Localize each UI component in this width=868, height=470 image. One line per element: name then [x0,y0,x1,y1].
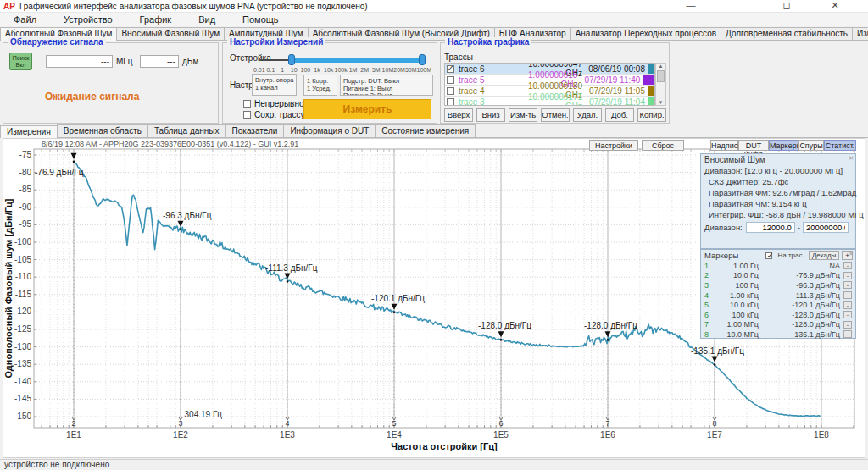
residual-noise-line: СКЗ Джиттер: 25.7фс [701,176,855,187]
chart-toolbar-4[interactable]: Спуры [798,140,824,151]
markers-overlay: ✕ Маркеры На трас.. Декады + 11.00 ГцNA-… [700,249,856,339]
svg-text:-96.3 дБн/Гц: -96.3 дБн/Гц [163,211,212,220]
trace-date: 07/29/19 11:05 [582,86,647,96]
svg-text:-75: -75 [19,150,32,159]
marker-frequency: 10.0 МГц [711,330,759,339]
residual-noise-line: Паразитная ФМ: 92.67мград / 1.62мрад [701,187,855,198]
trace-checkbox[interactable] [447,65,454,73]
tab-view-4[interactable]: Показатели [225,124,285,137]
menu-item-2[interactable]: Устройство [50,14,126,26]
frequency-field[interactable]: --- [46,55,113,68]
trace-button-5[interactable]: Удал. [573,108,602,122]
scroll-thumb[interactable] [657,70,665,82]
range-from-input[interactable] [746,222,795,233]
tab-main-7[interactable]: Долговременная стабильность [721,27,853,40]
marker-number: 3 [701,281,711,290]
view-tab-bar: ИзмеренияВременная областьТаблица данных… [0,125,868,138]
tab-main-6[interactable]: Анализатор Переходных процессов [570,27,721,40]
trace-button-1[interactable]: Вверх [444,108,473,122]
decades-button[interactable]: Декады [809,251,839,260]
correlation-settings-box[interactable]: 1 Корр.1 Усред. [303,75,337,96]
integration-range-row: Диапазон: - [701,220,855,233]
chart-toolbar-настройки[interactable]: Настройки [589,140,638,151]
marker-remove-button[interactable]: - [843,311,852,318]
maximize-button[interactable]: ◻ [778,0,795,11]
marker-remove-button[interactable]: - [843,262,852,269]
power-unit-label: дБм [182,57,198,66]
offset-slider-handle-high[interactable] [419,54,426,65]
trace-name: trace 5 [459,75,528,85]
trace-color-swatch [648,64,655,74]
overlay-close-icon[interactable]: ✕ [849,155,854,162]
marker-remove-button[interactable]: - [843,321,852,329]
menu-item-3[interactable]: График [126,14,186,26]
measure-button[interactable]: Измерить [303,99,431,119]
on-trace-checkbox[interactable] [765,252,772,259]
trace-row-trace-3[interactable]: trace 310.000000171 GHz07/29/19 11:04 [445,97,654,106]
trace-button-6[interactable]: Доб. [605,108,634,122]
trace-checkbox-cell [445,87,459,95]
menu-item-1[interactable]: Файл [0,14,50,26]
tab-view-3[interactable]: Таблица данных [147,124,226,137]
marker-remove-button[interactable]: - [843,281,852,289]
tab-main-2[interactable]: Вносимый Фазовый Шум [116,27,225,40]
tab-view-1[interactable]: Измерения [0,125,58,138]
search-on-button[interactable]: Поиск Вкл [9,53,32,70]
marker-row-6: 6100 кГц-128.0 дБн/Гц- [701,310,855,320]
svg-text:1E2: 1E2 [173,430,188,440]
trace-checkbox[interactable] [447,76,454,84]
main-tab-bar: Абсолютный Фазовый ШумВносимый Фазовый Ш… [0,26,868,41]
svg-text:-120.1 дБн/Гц: -120.1 дБн/Гц [371,294,425,303]
trace-button-3[interactable]: Изм-ть [509,108,537,122]
tab-view-6[interactable]: Состояние измерения [375,124,476,137]
menu-item-5[interactable]: Помощь [229,14,292,26]
traces-scrollbar[interactable]: ▲ ▼ [655,63,666,106]
marker-value: -120.1 дБн/Гц [759,301,843,309]
marker-remove-button[interactable]: - [843,301,852,309]
marker-value: -128.0 дБн/Гц [759,320,843,329]
marker-frequency: 100 Гц [711,281,759,290]
chart-panel: -75-80-85-90-95-100-105-110-115-120-125-… [3,138,865,458]
residual-noise-overlay: ✕ Вносимый Шум Диапазон: [12.0 кГц - 20.… [700,153,856,249]
tab-view-2[interactable]: Временная область [57,124,148,137]
chart-toolbar-5[interactable]: Статист. [824,140,856,151]
dut-power-settings-box[interactable]: Подстр. DUT: ВыклПитание 1: ВыклПитание … [340,75,433,96]
marker-remove-button[interactable]: - [843,272,852,279]
range-to-input[interactable] [803,222,849,233]
trace-button-7[interactable]: Копир. [637,108,666,122]
trace-button-2[interactable]: Вниз [476,108,505,122]
chart-toolbar-3[interactable]: Маркеры [769,140,798,151]
offset-label: Отстройка [230,53,271,63]
markers-overlay-close-icon[interactable]: ✕ [849,251,854,257]
marker-frequency: 10.0 кГц [711,301,759,309]
save-trace-checkbox-row[interactable]: Сохр. трассу [243,110,305,119]
chart-toolbar-1[interactable]: Надпись [710,140,738,151]
chart-toolbar-2[interactable]: DUT инфо [738,140,769,151]
slider-tick-1k: 1k [311,67,323,73]
continuous-checkbox-row[interactable]: Непрерывно [243,99,303,108]
menu-item-4[interactable]: Вид [185,14,229,26]
tab-main-8[interactable]: Измерение параметров ГУН [852,27,868,40]
offset-slider-handle-low[interactable] [288,54,295,65]
svg-text:-100: -100 [14,237,31,246]
chart-toolbar-сброс[interactable]: Сброс [642,140,684,151]
trace-checkbox[interactable] [447,87,454,95]
reference-settings-box[interactable]: Внутр. опора1 канал [252,74,297,96]
minimize-button[interactable]: — [682,0,699,10]
continuous-checkbox[interactable] [243,100,251,108]
power-field[interactable]: --- [140,55,179,68]
trace-button-4[interactable]: Отмен. [541,108,570,122]
marker-remove-button[interactable]: - [843,291,852,299]
save-trace-checkbox[interactable] [243,111,251,119]
scroll-up-arrow[interactable]: ▲ [656,64,665,69]
tab-view-5[interactable]: Информация о DUT [283,124,376,137]
scroll-down-arrow[interactable]: ▼ [656,100,665,105]
close-button[interactable]: ✕ [826,0,843,11]
slider-tick-5M: 5M [370,67,382,73]
marker-remove-button[interactable]: - [843,330,852,338]
graph-settings-panel: Настройка графика Трассы trace 610.00000… [440,42,670,124]
markers-table: 11.00 ГцNA-210.0 Гц-76.9 дБн/Гц-3100 Гц-… [701,261,855,340]
traces-label: Трассы [444,53,473,62]
trace-name: trace 6 [459,64,528,74]
trace-checkbox[interactable] [447,98,454,106]
